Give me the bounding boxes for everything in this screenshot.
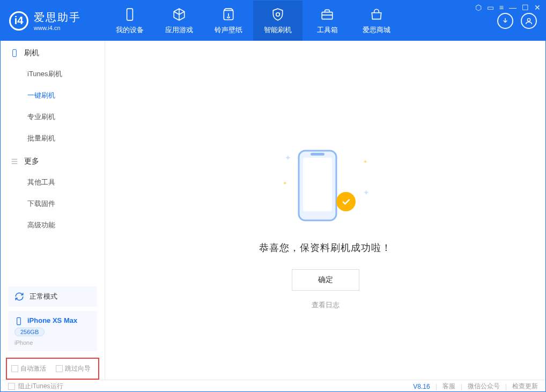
view-log-link[interactable]: 查看日志 [312, 300, 340, 310]
tab-label: 智能刷机 [264, 25, 292, 35]
sidebar-item-itunes-flash[interactable]: iTunes刷机 [1, 63, 105, 85]
nav-tabs: 我的设备 应用游戏 铃声壁纸 智能刷机 工具箱 爱思商城 [105, 1, 497, 41]
logo-area: i4 爱思助手 www.i4.cn [1, 1, 105, 41]
tab-label: 爱思商城 [363, 25, 390, 35]
app-subtitle: www.i4.cn [34, 25, 81, 31]
section-title: 刷机 [24, 48, 39, 58]
checkbox-icon [8, 383, 15, 390]
feedback-icon[interactable]: ▭ [487, 3, 494, 12]
device-mode-row[interactable]: 正常模式 [8, 286, 97, 307]
phone-icon [10, 49, 19, 57]
sidebar-item-oneclick-flash[interactable]: 一键刷机 [1, 85, 105, 106]
svg-rect-4 [13, 49, 17, 56]
version-label: V8.16 [413, 383, 430, 390]
checkbox-label: 跳过向导 [65, 364, 91, 373]
device-icon [122, 7, 137, 22]
device-detail-card[interactable]: iPhone XS Max 256GB iPhone [8, 311, 97, 351]
ok-button[interactable]: 确定 [292, 269, 359, 291]
menu-icon[interactable]: ≡ [499, 3, 504, 12]
sidebar-section-flash: 刷机 [1, 41, 105, 63]
device-mode-label: 正常模式 [29, 292, 57, 301]
sidebar-item-download-firmware[interactable]: 下载固件 [1, 193, 105, 215]
tab-smart-flash[interactable]: 智能刷机 [253, 1, 302, 41]
check-badge-icon [336, 192, 356, 211]
header-bar: i4 爱思助手 www.i4.cn 我的设备 应用游戏 铃声壁纸 智能刷机 工具… [1, 1, 545, 41]
tab-my-device[interactable]: 我的设备 [105, 1, 154, 41]
footer-link-wechat[interactable]: 微信公众号 [468, 382, 500, 391]
checkbox-block-itunes[interactable]: 阻止iTunes运行 [8, 382, 63, 391]
sidebar: 刷机 iTunes刷机 一键刷机 专业刷机 批量刷机 更多 其他工具 下载固件 … [1, 41, 105, 380]
user-button[interactable] [521, 13, 537, 29]
checkbox-auto-activate[interactable]: 自动激活 [11, 364, 46, 373]
sidebar-item-pro-flash[interactable]: 专业刷机 [1, 106, 105, 128]
tab-toolbox[interactable]: 工具箱 [302, 1, 352, 41]
svg-rect-5 [17, 317, 21, 324]
sparkle-icon: ✦ [283, 180, 287, 186]
device-name: iPhone XS Max [27, 316, 77, 324]
checkbox-icon [56, 365, 63, 372]
tab-apps-games[interactable]: 应用游戏 [154, 1, 204, 41]
svg-rect-8 [311, 153, 324, 156]
options-highlight-box: 自动激活 跳过向导 [6, 358, 99, 380]
svg-rect-0 [127, 9, 133, 20]
success-illustration: ✦ ✦ ✦ ✦ [293, 148, 358, 228]
cube-icon [172, 7, 187, 22]
system-buttons: ⬡ ▭ ≡ — ☐ ✕ [475, 3, 541, 12]
music-folder-icon [221, 7, 236, 22]
sidebar-item-batch-flash[interactable]: 批量刷机 [1, 128, 105, 149]
shield-refresh-icon [270, 7, 285, 22]
app-title: 爱思助手 [34, 10, 81, 25]
sidebar-item-other-tools[interactable]: 其他工具 [1, 172, 105, 193]
tshirt-icon[interactable]: ⬡ [475, 3, 482, 12]
main-content: ✦ ✦ ✦ ✦ 恭喜您，保资料刷机成功啦！ 确定 查看日志 [105, 41, 545, 380]
success-message: 恭喜您，保资料刷机成功啦！ [259, 241, 392, 254]
section-title: 更多 [24, 157, 39, 166]
tab-store[interactable]: 爱思商城 [352, 1, 401, 41]
phone-outline-icon [293, 148, 342, 223]
sparkle-icon: ✦ [285, 153, 291, 162]
footer-link-update[interactable]: 检查更新 [512, 382, 538, 391]
toolbox-icon [320, 7, 335, 22]
svg-rect-7 [303, 158, 332, 211]
tab-ringtones-wallpapers[interactable]: 铃声壁纸 [204, 1, 253, 41]
download-button[interactable] [497, 13, 513, 29]
checkbox-skip-guide[interactable]: 跳过向导 [56, 364, 91, 373]
close-button[interactable]: ✕ [534, 3, 541, 12]
svg-rect-2 [322, 12, 333, 19]
tab-label: 我的设备 [116, 25, 144, 35]
sparkle-icon: ✦ [363, 159, 367, 165]
minimize-button[interactable]: — [509, 3, 517, 12]
store-icon [369, 7, 384, 22]
checkbox-icon [11, 365, 18, 372]
sidebar-section-more: 更多 [1, 149, 105, 172]
footer-bar: 阻止iTunes运行 V8.16 | 客服 | 微信公众号 | 检查更新 [1, 380, 545, 392]
checkbox-label: 自动激活 [20, 364, 46, 373]
tab-label: 应用游戏 [165, 25, 193, 35]
checkbox-label: 阻止iTunes运行 [18, 382, 63, 391]
tab-label: 工具箱 [317, 25, 338, 35]
phone-icon [14, 317, 23, 326]
device-type: iPhone [14, 339, 91, 346]
sparkle-icon: ✦ [363, 188, 370, 197]
footer-link-support[interactable]: 客服 [442, 382, 455, 391]
maximize-button[interactable]: ☐ [522, 3, 529, 12]
app-logo-icon: i4 [9, 11, 28, 31]
svg-point-3 [527, 18, 530, 21]
tab-label: 铃声壁纸 [215, 25, 242, 35]
list-icon [10, 157, 19, 166]
refresh-icon [14, 292, 24, 301]
sidebar-item-advanced[interactable]: 高级功能 [1, 215, 105, 236]
device-capacity-badge: 256GB [14, 328, 45, 336]
